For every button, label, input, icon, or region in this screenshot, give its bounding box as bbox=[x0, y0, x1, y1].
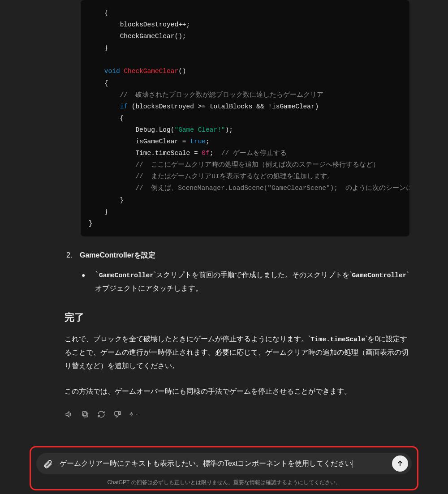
attach-icon[interactable] bbox=[41, 456, 55, 471]
text-caret bbox=[353, 460, 353, 468]
assistant-message: { blocksDestroyed++; CheckGameClear(); }… bbox=[0, 0, 448, 494]
svg-rect-1 bbox=[82, 412, 86, 416]
thumbs-down-icon[interactable] bbox=[113, 410, 122, 419]
done-heading: 完了 bbox=[65, 311, 409, 324]
code-content: { blocksDestroyed++; CheckGameClear(); }… bbox=[81, 0, 409, 236]
done-paragraph-2: この方法では、ゲームオーバー時にも同様の手法でゲームを停止させることができます。 bbox=[65, 385, 409, 398]
disclaimer-text: ChatGPT の回答は必ずしも正しいとは限りません。重要な情報は確認するように… bbox=[36, 479, 412, 486]
copy-icon[interactable] bbox=[81, 410, 90, 419]
step-number: 2. bbox=[66, 249, 80, 262]
step-title: GameControllerを設定 bbox=[80, 249, 409, 262]
send-button[interactable] bbox=[392, 455, 408, 472]
composer[interactable]: ゲームクリアー時にテキストも表示したい。標準のTextコンポーネントを使用してく… bbox=[36, 453, 412, 474]
regenerate-icon[interactable] bbox=[97, 410, 106, 419]
done-paragraph-1: これで、ブロックを全て破壊したときにゲームが停止するようになります。`Time.… bbox=[65, 332, 409, 373]
code-block: { blocksDestroyed++; CheckGameClear(); }… bbox=[81, 0, 409, 236]
model-switch-icon[interactable] bbox=[129, 410, 138, 419]
svg-rect-0 bbox=[84, 413, 88, 417]
step-2-bullet: ● `GameController`スクリプトを前回の手順で作成しました。そのス… bbox=[82, 268, 409, 296]
message-actions bbox=[65, 410, 448, 419]
composer-input[interactable]: ゲームクリアー時にテキストも表示したい。標準のTextコンポーネントを使用してく… bbox=[60, 458, 388, 469]
composer-highlight: ゲームクリアー時にテキストも表示したい。標準のTextコンポーネントを使用してく… bbox=[30, 446, 418, 490]
step-2: 2. GameControllerを設定 bbox=[66, 249, 409, 262]
read-aloud-icon[interactable] bbox=[65, 410, 73, 419]
